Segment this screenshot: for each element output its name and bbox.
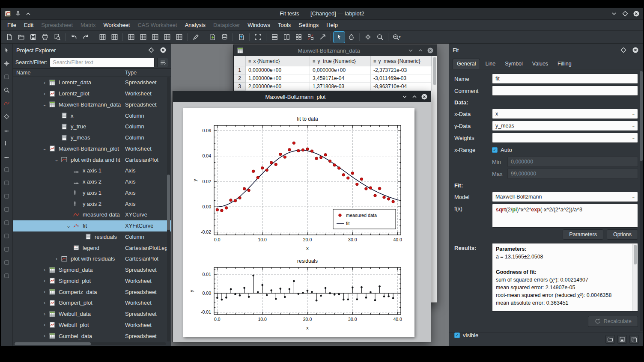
- menu-settings[interactable]: Settings: [295, 21, 322, 30]
- new-notes-button[interactable]: [173, 32, 185, 43]
- float-dock-icon[interactable]: [147, 46, 155, 54]
- text-label-tool[interactable]: [3, 166, 10, 174]
- document-new-button[interactable]: [3, 32, 15, 43]
- menu-file[interactable]: File: [3, 21, 20, 30]
- expander-icon[interactable]: ›: [41, 311, 48, 317]
- x-data-combo[interactable]: x⌄: [492, 109, 638, 119]
- tree-row[interactable]: y_trueColumn: [13, 121, 171, 132]
- new-workbook-button[interactable]: [97, 32, 108, 43]
- column-header-name[interactable]: Name: [16, 70, 30, 76]
- new-cas-worksheet-button[interactable]: [161, 32, 173, 43]
- cell[interactable]: 0,000000e+00: [310, 66, 371, 74]
- model-combo[interactable]: Maxwell-Boltzmann⌄: [492, 192, 638, 202]
- import-sql-button[interactable]: [219, 32, 230, 43]
- tab-general[interactable]: General: [453, 59, 480, 69]
- worksheet-view[interactable]: 0.010.020.030.040.0-0.020.000.020.040.06…: [173, 102, 431, 342]
- image-element-tool[interactable]: [3, 180, 10, 187]
- cell[interactable]: -3,011469e-03: [371, 74, 432, 83]
- tree-row[interactable]: ⌄Maxwell-Boltzmann_plotWorksheet: [13, 143, 171, 154]
- cell[interactable]: 1,371808e-03: [310, 83, 371, 91]
- maximize-button[interactable]: [622, 10, 629, 17]
- select-cursor-tool[interactable]: [3, 47, 10, 55]
- zoom-select-tool-button[interactable]: [374, 32, 385, 43]
- name-field[interactable]: [492, 74, 638, 84]
- cell[interactable]: 3,459171e-04: [310, 74, 371, 83]
- curve-tool[interactable]: [3, 100, 10, 108]
- close-button[interactable]: [633, 10, 640, 17]
- expander-icon[interactable]: ›: [41, 80, 48, 86]
- subwindow-close-icon[interactable]: [421, 93, 428, 100]
- horizontal-layout-button[interactable]: [281, 32, 292, 43]
- y-axis-tool[interactable]: [3, 140, 10, 148]
- tree-row[interactable]: legendCartesianPlotLegend: [13, 242, 171, 253]
- crosshair-tool[interactable]: [3, 60, 10, 68]
- tree-row[interactable]: ⌄plot with data and fitCartesianPlot: [13, 154, 171, 165]
- tree-row[interactable]: x axis 2Axis: [13, 176, 171, 187]
- pin-icon[interactable]: [15, 10, 21, 17]
- grid-layout-button[interactable]: [293, 32, 304, 43]
- dock-scrollbar[interactable]: [640, 71, 643, 331]
- expander-icon[interactable]: ›: [41, 91, 48, 97]
- expander-icon[interactable]: ›: [41, 322, 48, 328]
- column-header[interactable]: ≡x {Numeric}: [246, 56, 310, 66]
- close-dock-icon[interactable]: [631, 46, 640, 54]
- tree-row[interactable]: ›Weibull_dataSpreadsheet: [13, 309, 171, 320]
- options-button[interactable]: Options: [607, 229, 638, 240]
- tree-row[interactable]: ›Sigmoid_dataSpreadsheet: [13, 264, 171, 276]
- new-worksheet-button[interactable]: [149, 32, 161, 43]
- results-scrollbar[interactable]: [632, 244, 637, 311]
- plot-window-titlebar[interactable]: Maxwell-Boltzmann_plot: [173, 91, 431, 102]
- spreadsheet-window-titlebar[interactable]: Maxwell-Boltzmann_data: [234, 45, 437, 56]
- subwindow-minimize-icon[interactable]: [401, 93, 408, 100]
- import-file-button[interactable]: [207, 32, 218, 43]
- expander-icon[interactable]: ›: [41, 300, 48, 306]
- save-template-button[interactable]: [617, 335, 627, 344]
- column-header-type[interactable]: Type: [125, 70, 137, 76]
- tree-row[interactable]: ⌄Maxwell-Boltzmann_dataSpreadsheet: [13, 99, 171, 110]
- reference-range-tool[interactable]: [3, 233, 10, 240]
- tree-row[interactable]: xColumn: [13, 110, 171, 121]
- document-save-button[interactable]: [27, 32, 39, 43]
- column-header[interactable]: ≡y_meas {Numeric}: [371, 56, 432, 66]
- cell[interactable]: 2,000000e+00: [246, 83, 310, 91]
- tab-symbol[interactable]: Symbol: [501, 59, 527, 69]
- tree-vertical-scrollbar[interactable]: [167, 77, 170, 341]
- box-element-tool[interactable]: [3, 206, 10, 214]
- tab-values[interactable]: Values: [528, 59, 552, 69]
- cell[interactable]: 0,000000e+00: [246, 66, 310, 74]
- expander-icon[interactable]: ⌄: [41, 145, 48, 151]
- tree-horizontal-scrollbar[interactable]: [14, 342, 166, 345]
- tree-row[interactable]: ›Lorentz_plotWorksheet: [13, 88, 171, 99]
- draw-pen-button[interactable]: [190, 32, 201, 43]
- break-layout-button[interactable]: [305, 32, 316, 43]
- tree-column-headers[interactable]: Name Type: [13, 68, 171, 77]
- results-box[interactable]: Parameters:a = 13.1565±2.0508 Goodness o…: [492, 243, 638, 312]
- recalculate-button[interactable]: Recalculate: [588, 316, 638, 327]
- zoom-out-tool[interactable]: [3, 259, 10, 267]
- subwindow-restore-icon[interactable]: [417, 47, 424, 54]
- drag-handle-tool[interactable]: [3, 74, 10, 81]
- spreadsheet-scrollbar[interactable]: [432, 56, 437, 303]
- export-button[interactable]: [236, 32, 247, 43]
- more-tools-tool[interactable]: [3, 273, 10, 280]
- search-input[interactable]: [50, 58, 155, 67]
- print-preview-button[interactable]: [51, 32, 63, 43]
- zoom-in-tool[interactable]: [3, 246, 10, 254]
- tree-row[interactable]: ⌄fitXYFitCurve: [13, 220, 171, 231]
- weights-combo[interactable]: ⌄: [492, 133, 638, 143]
- tree-row[interactable]: ›Gompert_plotWorksheet: [13, 297, 171, 309]
- tree-row[interactable]: measured dataXYCurve: [13, 209, 171, 220]
- auto-range-checkbox[interactable]: ✓: [492, 147, 498, 153]
- document-print-button[interactable]: [39, 32, 51, 43]
- auto-layout-button[interactable]: [317, 32, 328, 43]
- column-header[interactable]: ≡y_true {Numeric}: [310, 56, 371, 66]
- document-open-button[interactable]: [15, 32, 27, 43]
- pan-tool-button[interactable]: [346, 32, 357, 43]
- shade-icon[interactable]: [25, 10, 32, 17]
- fit-page-button[interactable]: [252, 32, 263, 43]
- vertical-layout-button[interactable]: [269, 32, 280, 43]
- menu-windows[interactable]: Windows: [244, 21, 274, 30]
- fit-plot[interactable]: 0.010.020.030.040.0-0.020.000.020.040.06…: [191, 114, 408, 253]
- menu-tools[interactable]: Tools: [274, 21, 295, 30]
- new-matrix-button[interactable]: [137, 32, 149, 43]
